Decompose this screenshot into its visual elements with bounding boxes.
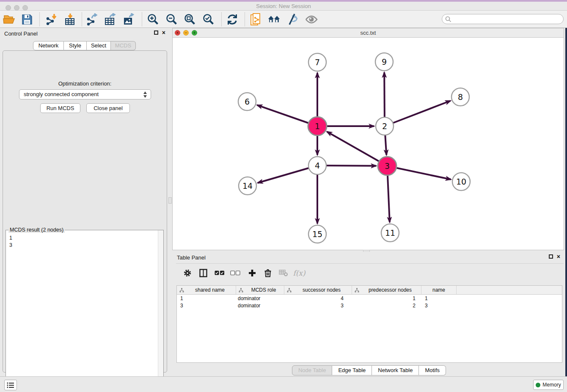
table-header-row: shared name MCDS role successor nodes pr… xyxy=(177,286,562,295)
export-network-button[interactable] xyxy=(85,13,99,26)
zoom-in-button[interactable] xyxy=(146,13,160,26)
export-image-button[interactable] xyxy=(122,13,136,26)
column-header-shared-name[interactable]: shared name xyxy=(177,286,236,294)
graph-node-15[interactable]: 15 xyxy=(308,225,326,243)
fx-icon: f(x) xyxy=(293,269,305,277)
graph-node-3[interactable]: 3 xyxy=(378,157,396,175)
result-scrollbar[interactable] xyxy=(158,230,163,391)
table-cell: 2 xyxy=(352,303,421,309)
optimization-criterion-dropdown[interactable]: strongly connected component xyxy=(19,89,151,99)
float-panel-icon[interactable] xyxy=(154,30,158,35)
table-row[interactable]: 1dominator411 xyxy=(177,295,562,302)
deselect-all-columns-button[interactable] xyxy=(229,267,242,279)
graph-node-2[interactable]: 2 xyxy=(376,117,394,135)
vertical-splitter-handle[interactable] xyxy=(168,197,172,204)
graph-node-14[interactable]: 14 xyxy=(239,177,256,195)
tab-select[interactable]: Select xyxy=(87,41,111,50)
network-window-titlebar[interactable]: × − + scc.txt xyxy=(173,28,564,38)
dropdown-stepper-icon xyxy=(143,91,147,98)
tab-network-table[interactable]: Network Table xyxy=(372,365,419,375)
toolbar-separator xyxy=(142,12,142,26)
sort-tree-icon xyxy=(355,288,359,293)
graph-node-11[interactable]: 11 xyxy=(381,224,399,242)
gear-icon xyxy=(183,269,192,277)
app-titlebar: Session: New Session xyxy=(0,2,567,11)
network-canvas-svg[interactable]: 7968124314101511 xyxy=(173,38,564,250)
import-network-button[interactable] xyxy=(45,13,58,26)
graph-node-6[interactable]: 6 xyxy=(238,93,256,110)
graph-node-1[interactable]: 1 xyxy=(308,117,327,135)
close-panel-button[interactable]: Close panel xyxy=(86,103,130,113)
zoom-fit-button[interactable] xyxy=(183,13,197,26)
export-network-icon xyxy=(86,13,99,26)
column-manager-button[interactable] xyxy=(197,267,209,279)
close-table-panel-icon[interactable]: × xyxy=(557,254,560,259)
tab-style[interactable]: Style xyxy=(64,41,87,50)
table-tabs: Node Table Edge Table Network Table Moti… xyxy=(173,365,565,375)
edge-2-to-8[interactable] xyxy=(385,101,451,126)
edge-3-to-1[interactable] xyxy=(327,132,387,166)
mcds-result-title: MCDS result (2 nodes) xyxy=(8,227,65,233)
sort-tree-icon xyxy=(179,288,184,293)
svg-text:4: 4 xyxy=(315,161,320,170)
table-toolbar: f(x) xyxy=(176,263,564,282)
graph-node-10[interactable]: 10 xyxy=(452,173,470,190)
duplicate-network-button[interactable] xyxy=(249,13,263,26)
status-bar: Memory xyxy=(0,376,567,392)
refresh-layout-button[interactable] xyxy=(226,13,239,26)
network-window: × − + scc.txt 7968124314101511 xyxy=(172,28,564,250)
table-cell: dominator xyxy=(236,295,284,301)
duplicate-network-icon xyxy=(250,13,262,26)
plus-icon xyxy=(248,269,256,277)
save-floppy-icon xyxy=(22,14,33,25)
float-table-panel-icon[interactable] xyxy=(549,254,553,259)
svg-text:14: 14 xyxy=(242,181,253,190)
table-cell: 4 xyxy=(284,295,352,301)
main-toolbar xyxy=(0,11,567,28)
graph-node-8[interactable]: 8 xyxy=(451,88,469,106)
tab-motifs[interactable]: Motifs xyxy=(419,365,446,375)
tab-mcds[interactable]: MCDS xyxy=(111,41,136,50)
tab-node-table[interactable]: Node Table xyxy=(292,365,333,375)
table-cell: dominator xyxy=(236,303,284,309)
column-header-name[interactable]: name xyxy=(421,286,457,294)
close-panel-icon[interactable]: × xyxy=(162,30,165,35)
export-table-button[interactable] xyxy=(104,13,117,26)
add-column-button[interactable] xyxy=(246,267,259,279)
task-history-button[interactable] xyxy=(4,380,17,390)
table-row[interactable]: 3dominator323 xyxy=(177,302,562,309)
table-panel-title: Table Panel xyxy=(177,254,206,261)
mcds-panel: Optimization criterion: strongly connect… xyxy=(3,50,167,373)
svg-text:10: 10 xyxy=(456,177,466,186)
show-details-button[interactable] xyxy=(305,13,318,26)
select-all-columns-button[interactable] xyxy=(213,267,226,279)
mcds-result-text[interactable]: 13 xyxy=(6,233,157,391)
mcds-result-groupbox: MCDS result (2 nodes) 13 xyxy=(6,230,164,392)
hide-details-button[interactable] xyxy=(286,13,299,26)
save-session-button[interactable] xyxy=(20,13,34,26)
open-file-button[interactable] xyxy=(3,13,16,26)
graph-node-7[interactable]: 7 xyxy=(308,53,326,71)
graph-node-4[interactable]: 4 xyxy=(308,157,326,174)
search-input[interactable] xyxy=(454,15,560,23)
zoom-selected-button[interactable] xyxy=(202,13,215,26)
tab-edge-table[interactable]: Edge Table xyxy=(332,365,372,375)
first-neighbors-button[interactable] xyxy=(267,13,281,26)
run-mcds-button[interactable]: Run MCDS xyxy=(40,103,80,113)
import-table-button[interactable] xyxy=(63,13,77,26)
memory-button[interactable]: Memory xyxy=(533,380,564,390)
control-panel-titlebar: Control Panel × xyxy=(0,28,170,38)
delete-table-button[interactable] xyxy=(277,267,290,279)
zoom-out-button[interactable] xyxy=(165,13,179,26)
table-cell: 3 xyxy=(177,303,236,309)
apply-function-button[interactable]: f(x) xyxy=(293,267,306,279)
column-header-successor-nodes[interactable]: successor nodes xyxy=(284,286,352,294)
column-header-mcds-role[interactable]: MCDS role xyxy=(236,286,284,294)
graph-node-9[interactable]: 9 xyxy=(375,53,393,71)
table-options-button[interactable] xyxy=(181,267,194,279)
eye-icon xyxy=(305,14,318,25)
delete-column-button[interactable] xyxy=(261,267,274,279)
column-header-predecessor-nodes[interactable]: predecessor nodes xyxy=(352,286,421,294)
tab-network[interactable]: Network xyxy=(33,41,64,50)
table-cell: 1 xyxy=(352,295,421,301)
